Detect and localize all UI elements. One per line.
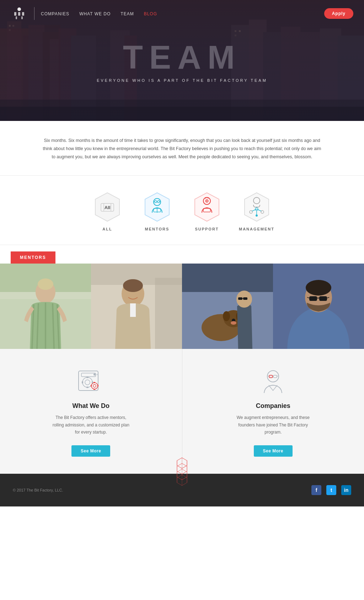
support-icon (191, 191, 223, 223)
main-nav: COMPANIES WHAT WE DO TEAM BLOG Apply (0, 0, 364, 27)
svg-point-30 (17, 7, 21, 11)
svg-point-79 (123, 279, 143, 292)
filter-support[interactable]: SUPPORT (182, 189, 232, 234)
companies-title: Companies (256, 402, 290, 410)
mentor-photo-4 (273, 264, 364, 349)
mentors-photos (0, 264, 364, 349)
svg-point-85 (223, 311, 230, 321)
linkedin-icon[interactable]: in (341, 485, 351, 495)
svg-rect-103 (81, 373, 96, 377)
twitter-icon[interactable]: t (326, 485, 336, 495)
svg-rect-109 (86, 387, 89, 388)
management-icon (241, 191, 272, 223)
companies-description: We augment entrepreneurs, and these foun… (234, 414, 312, 436)
filter-management-label: MANAGEMENT (239, 227, 274, 231)
svg-rect-124 (269, 375, 273, 378)
filter-section: AII ALL MENTORS (0, 176, 364, 245)
svg-rect-98 (319, 296, 327, 301)
hero-subtitle: EVERYONE WHO IS A PART OF THE BIT FACTOR… (97, 78, 267, 83)
svg-line-122 (277, 376, 278, 376)
svg-rect-97 (309, 296, 317, 301)
svg-rect-110 (82, 381, 83, 383)
filter-support-label: SUPPORT (195, 227, 219, 231)
svg-rect-77 (155, 278, 182, 349)
nav-item-what-we-do[interactable]: WHAT WE DO (79, 10, 111, 17)
svg-rect-80 (130, 303, 136, 317)
footer: © 2017 The Bit Factory, LLC. f t in (0, 474, 364, 506)
svg-point-104 (93, 373, 96, 376)
mentors-header: MENTORS (0, 245, 364, 264)
companies-icon (257, 367, 289, 396)
svg-point-88 (231, 321, 236, 325)
mentor-photo-2 (91, 264, 182, 349)
hero-section: COMPANIES WHAT WE DO TEAM BLOG Apply TEA… (0, 0, 364, 121)
nav-item-blog[interactable]: BLOG (144, 10, 157, 17)
svg-rect-115 (93, 389, 95, 390)
svg-rect-35 (21, 16, 23, 19)
mentors-icon (141, 191, 173, 223)
facebook-icon[interactable]: f (311, 485, 321, 495)
filter-management[interactable]: MANAGEMENT (232, 189, 282, 234)
intro-section: Six months. Six months is the amount of … (0, 121, 364, 176)
all-icon: AII (92, 191, 123, 223)
svg-text:AII: AII (105, 205, 111, 210)
svg-rect-116 (91, 385, 92, 387)
what-we-do-see-more-button[interactable]: See More (71, 445, 110, 457)
svg-rect-91 (243, 297, 247, 300)
nav-divider (34, 7, 34, 20)
intro-text: Six months. Six months is the amount of … (43, 137, 321, 161)
mentor-photo-3 (182, 264, 273, 349)
footer-copyright: © 2017 The Bit Factory, LLC. (13, 488, 63, 492)
svg-point-96 (306, 280, 331, 296)
svg-point-62 (256, 214, 258, 217)
what-we-do-card: What We Do The Bit Factory offers active… (0, 349, 182, 473)
footer-logo (168, 456, 196, 489)
svg-point-69 (38, 278, 53, 290)
apply-button[interactable]: Apply (324, 8, 353, 19)
svg-marker-41 (145, 193, 169, 221)
companies-card: Companies We augment entrepreneurs, and … (182, 349, 364, 473)
filter-all-label: ALL (102, 227, 112, 231)
mentor-photo-1 (0, 264, 91, 349)
hero-title: TEAM (123, 39, 241, 76)
what-we-do-icon (75, 367, 107, 396)
nav-logo[interactable] (11, 5, 28, 22)
mentors-label: MENTORS (11, 251, 55, 264)
filter-all[interactable]: AII ALL (82, 189, 132, 234)
svg-rect-29 (0, 107, 364, 121)
svg-rect-114 (93, 382, 95, 383)
svg-rect-108 (86, 377, 89, 378)
svg-point-112 (91, 383, 98, 389)
what-we-do-description: The Bit Factory offers active mentors, r… (52, 414, 130, 436)
svg-rect-32 (18, 12, 20, 16)
companies-see-more-button[interactable]: See More (254, 445, 293, 457)
footer-socials: f t in (311, 485, 351, 495)
svg-rect-34 (16, 16, 17, 19)
nav-links: COMPANIES WHAT WE DO TEAM BLOG (41, 10, 324, 17)
svg-point-107 (85, 380, 90, 385)
nav-item-companies[interactable]: COMPANIES (41, 10, 69, 17)
svg-point-113 (93, 384, 96, 387)
svg-rect-90 (238, 297, 242, 300)
info-cards: What We Do The Bit Factory offers active… (0, 349, 364, 473)
svg-point-53 (206, 200, 208, 202)
svg-rect-31 (14, 12, 16, 16)
svg-rect-33 (22, 12, 24, 16)
what-we-do-title: What We Do (72, 402, 109, 410)
svg-rect-117 (97, 385, 98, 387)
svg-point-105 (96, 374, 98, 375)
svg-rect-82 (182, 264, 273, 292)
svg-rect-120 (273, 375, 277, 378)
filter-mentors-label: MENTORS (145, 227, 170, 231)
nav-item-team[interactable]: TEAM (121, 10, 134, 17)
filter-mentors[interactable]: MENTORS (132, 189, 182, 234)
